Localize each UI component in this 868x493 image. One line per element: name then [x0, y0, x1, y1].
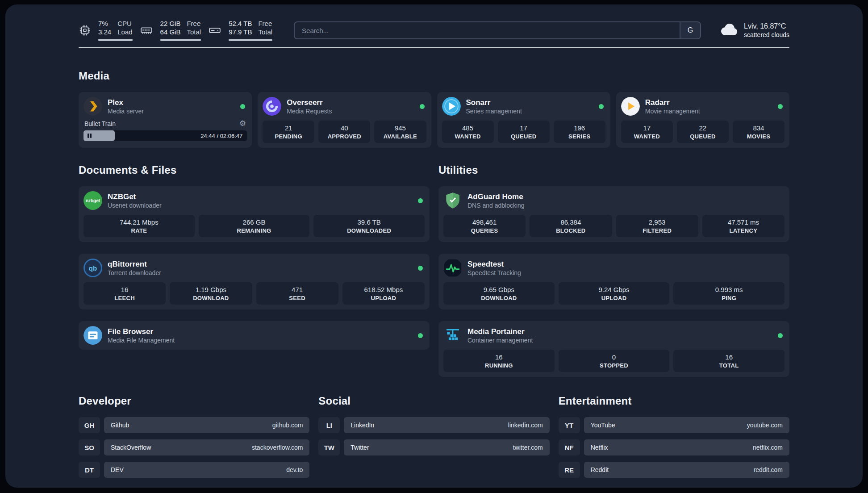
- bookmark-abbr: NF: [559, 439, 580, 455]
- app-name: qBittorrent: [108, 259, 413, 269]
- status-dot: [240, 104, 245, 109]
- portainer-icon: [443, 326, 462, 345]
- card-overseerr[interactable]: Overseerr Media Requests 21 PENDING 40 A…: [258, 92, 431, 148]
- bookmark-abbr: TW: [318, 439, 340, 455]
- bookmark-abbr: RE: [559, 462, 580, 478]
- card-sonarr[interactable]: Sonarr Series management 485 WANTED 17 Q…: [437, 92, 610, 148]
- stat-tile: 16 LEECH: [83, 282, 166, 305]
- app-subtitle: Media server: [108, 107, 235, 115]
- bookmark-name: Netflix: [591, 444, 608, 451]
- card-plex[interactable]: Plex Media server Bullet Train ⚙ 24:44 /…: [79, 92, 252, 148]
- app-subtitle: Series management: [466, 107, 593, 115]
- bookmark-url: reddit.com: [754, 466, 783, 473]
- weather-widget: Lviv, 16.87°C scattered clouds: [719, 22, 789, 38]
- card-qbittorrent[interactable]: qb qBittorrent Torrent downloader 16: [79, 254, 430, 309]
- stat-tile: 16 RUNNING: [443, 350, 555, 372]
- weather-condition: scattered clouds: [744, 31, 789, 38]
- nzbget-icon: nzbget: [83, 191, 102, 210]
- bookmark-group-developer: Developer GH Github github.com SO StackO…: [79, 395, 309, 478]
- bookmark-reddit[interactable]: RE Reddit reddit.com: [559, 462, 789, 478]
- overseerr-icon: [263, 97, 281, 116]
- app-name: NZBGet: [108, 192, 413, 201]
- app-name: Radarr: [645, 98, 772, 107]
- stats-row: 744.21 Mbps RATE 266 GB REMAINING 39.6 T…: [83, 215, 425, 237]
- section-title-developer: Developer: [79, 395, 309, 407]
- app-subtitle: Speedtest Tracking: [467, 269, 785, 277]
- plex-icon: [83, 97, 102, 116]
- cpu-usage-metric: 7% 3.24 CPU Load: [98, 20, 133, 41]
- dashboard: 7% 3.24 CPU Load 22 GiB 64 GiB Free: [5, 4, 863, 488]
- bookmark-url: github.com: [272, 422, 303, 429]
- bookmark-name: DEV: [111, 466, 124, 473]
- playback-progress-bar[interactable]: 24:44 / 02:06:47: [83, 130, 247, 141]
- cpu-chip-icon: [79, 24, 91, 37]
- bookmark-url: netflix.com: [753, 444, 783, 451]
- stat-tile: 21 PENDING: [263, 121, 314, 143]
- stats-row: 9.65 Gbps DOWNLOAD 9.24 Gbps UPLOAD 0.99…: [443, 282, 785, 305]
- stat-tile: 0 STOPPED: [559, 350, 670, 372]
- bookmark-github[interactable]: GH Github github.com: [79, 417, 309, 433]
- stat-tile: 16 TOTAL: [673, 350, 785, 372]
- status-dot: [418, 198, 423, 203]
- bookmark-url: linkedin.com: [508, 422, 543, 429]
- stats-row: 485 WANTED 17 QUEUED 196 SERIES: [442, 121, 605, 143]
- ram-free-value: 22 GiB: [160, 20, 181, 27]
- ram-usage-metric: 22 GiB 64 GiB Free Total: [160, 20, 201, 41]
- search-input[interactable]: [295, 22, 680, 38]
- cpu-load-label: Load: [117, 28, 132, 36]
- app-name: Speedtest: [467, 259, 785, 269]
- bookmark-netflix[interactable]: NF Netflix netflix.com: [559, 439, 789, 455]
- cpu-load-value: 3.24: [98, 28, 111, 36]
- stat-tile: 9.65 Gbps DOWNLOAD: [443, 282, 555, 305]
- bookmark-youtube[interactable]: YT YouTube youtube.com: [559, 417, 789, 433]
- status-dot: [418, 333, 423, 338]
- now-playing-title: Bullet Train: [84, 120, 116, 127]
- section-title-documents: Documents & Files: [79, 164, 430, 176]
- card-speedtest[interactable]: Speedtest Speedtest Tracking 9.65 Gbps D…: [438, 254, 789, 309]
- app-subtitle: Usenet downloader: [108, 201, 413, 209]
- bookmark-twitter[interactable]: TW Twitter twitter.com: [318, 439, 549, 455]
- gear-icon[interactable]: ⚙: [239, 120, 246, 127]
- stat-tile: 40 APPROVED: [318, 121, 370, 143]
- stat-tile: 47.571 ms LATENCY: [702, 215, 785, 237]
- app-name: Plex: [108, 98, 235, 107]
- card-filebrowser[interactable]: File Browser Media File Management: [79, 321, 430, 350]
- bookmark-group-entertainment: Entertainment YT YouTube youtube.com NF …: [559, 395, 789, 478]
- disk-icon: [208, 24, 221, 37]
- bookmark-abbr: DT: [79, 462, 100, 478]
- app-subtitle: Movie management: [645, 107, 772, 115]
- app-subtitle: Torrent downloader: [108, 269, 413, 277]
- cpu-label: CPU: [117, 20, 132, 27]
- bookmark-linkedin[interactable]: LI LinkedIn linkedin.com: [318, 417, 549, 433]
- disk-free-value: 52.4 TB: [229, 20, 252, 27]
- stat-tile: 834 MOVIES: [733, 121, 785, 143]
- adguard-icon: [443, 191, 462, 210]
- ram-icon: [140, 24, 153, 37]
- card-adguard[interactable]: AdGuard Home DNS and adblocking 498,461 …: [438, 186, 789, 242]
- playback-time: 24:44 / 02:06:47: [200, 133, 242, 139]
- app-name: AdGuard Home: [467, 192, 785, 201]
- bookmark-url: youtube.com: [747, 422, 783, 429]
- stat-tile: 22 QUEUED: [677, 121, 729, 143]
- bookmark-dev[interactable]: DT DEV dev.to: [79, 462, 309, 478]
- top-bar: 7% 3.24 CPU Load 22 GiB 64 GiB Free: [79, 4, 789, 41]
- bookmark-name: YouTube: [591, 422, 615, 429]
- stat-tile: 196 SERIES: [554, 121, 605, 143]
- plex-now-playing: Bullet Train ⚙ 24:44 / 02:06:47: [83, 120, 247, 141]
- cloud-icon: [719, 22, 739, 38]
- bookmark-name: Reddit: [591, 466, 609, 473]
- card-nzbget[interactable]: nzbget NZBGet Usenet downloader 744.21 M…: [79, 186, 430, 242]
- section-title-social: Social: [318, 395, 549, 407]
- bookmark-name: Github: [111, 422, 129, 429]
- disk-total-value: 97.9 TB: [229, 28, 252, 36]
- stats-row: 17 WANTED 22 QUEUED 834 MOVIES: [621, 121, 785, 143]
- cpu-usage-bar: [98, 39, 133, 41]
- app-name: Overseerr: [287, 98, 414, 107]
- stats-row: 498,461 QUERIES 86,384 BLOCKED 2,953 FIL…: [443, 215, 785, 237]
- pause-icon[interactable]: [88, 134, 92, 138]
- card-portainer[interactable]: Media Portainer Container management 16 …: [438, 321, 789, 377]
- bookmark-stackoverflow[interactable]: SO StackOverflow stackoverflow.com: [79, 439, 309, 455]
- search-engine-button[interactable]: G: [680, 22, 700, 38]
- status-dot: [418, 266, 423, 271]
- card-radarr[interactable]: Radarr Movie management 17 WANTED 22 QUE…: [616, 92, 789, 148]
